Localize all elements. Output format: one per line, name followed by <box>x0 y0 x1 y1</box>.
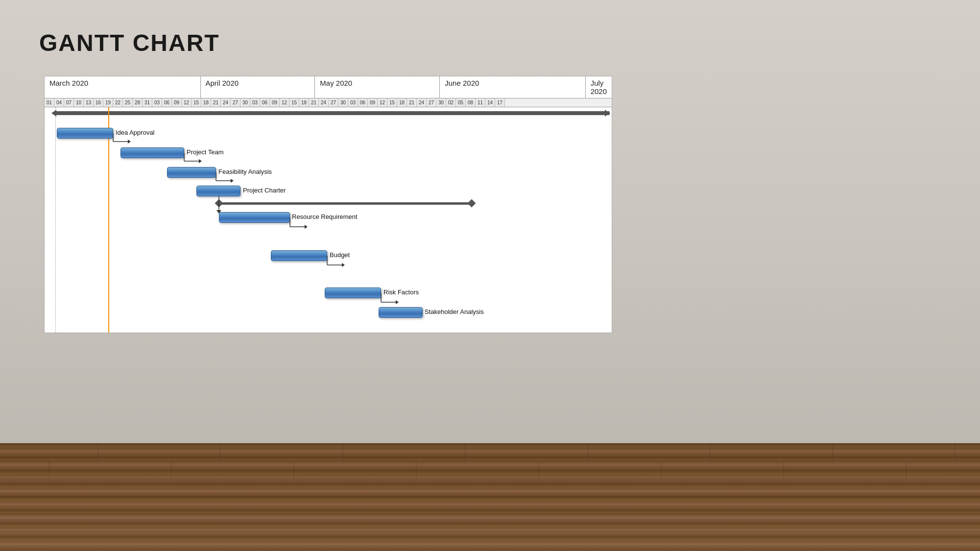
month-cell-july: July 2020 <box>586 76 612 98</box>
date-cell-43: 08 <box>466 98 476 107</box>
date-cell-1: 04 <box>54 98 64 107</box>
date-cell-44: 11 <box>476 98 485 107</box>
date-cell-25: 15 <box>289 98 299 107</box>
date-cell-22: 06 <box>260 98 270 107</box>
floor-grain <box>0 443 980 551</box>
date-cell-17: 21 <box>211 98 221 107</box>
svg-marker-5 <box>199 159 202 163</box>
date-cell-33: 09 <box>368 98 378 107</box>
timeline-bar <box>55 111 610 115</box>
task-label-project-charter: Project Charter <box>243 187 286 194</box>
date-cell-39: 27 <box>427 98 436 107</box>
date-cell-8: 25 <box>123 98 133 107</box>
floor <box>0 443 980 551</box>
task-bar-stakeholder <box>379 307 423 318</box>
date-cell-27: 21 <box>309 98 319 107</box>
summary-diamond-right <box>468 199 476 208</box>
task-label-budget: Budget <box>330 251 350 259</box>
date-cell-37: 21 <box>407 98 417 107</box>
date-cell-20: 30 <box>240 98 250 107</box>
month-cell-may: May 2020 <box>315 76 440 98</box>
task-label-risk: Risk Factors <box>383 288 419 296</box>
date-cell-30: 30 <box>338 98 348 107</box>
task-bar-feasibility <box>167 167 216 178</box>
date-cell-11: 03 <box>152 98 162 107</box>
task-label-project-team: Project Team <box>187 148 224 156</box>
bottom-dash-line <box>55 107 56 333</box>
date-cell-7: 22 <box>113 98 123 107</box>
svg-marker-8 <box>231 179 234 183</box>
date-cell-6: 19 <box>103 98 113 107</box>
date-cell-31: 03 <box>348 98 358 107</box>
date-cell-13: 09 <box>172 98 182 107</box>
timeline-left-arrow <box>51 110 56 117</box>
date-cell-0: 01 <box>45 98 54 107</box>
date-cell-28: 24 <box>319 98 329 107</box>
page-title: GANTT CHART <box>39 29 941 56</box>
date-cell-18: 24 <box>221 98 231 107</box>
summary-bar <box>219 202 471 205</box>
svg-marker-2 <box>128 140 131 144</box>
task-bar-risk <box>325 287 381 298</box>
month-cell-april: April 2020 <box>201 76 315 98</box>
date-cell-3: 10 <box>74 98 84 107</box>
task-label-idea-approval: Idea Approval <box>116 129 155 136</box>
date-cell-21: 03 <box>250 98 260 107</box>
date-cell-38: 24 <box>417 98 427 107</box>
date-cell-29: 27 <box>329 98 338 107</box>
task-bar-idea-approval <box>57 128 113 139</box>
date-cell-10: 31 <box>143 98 152 107</box>
date-cell-42: 05 <box>456 98 466 107</box>
task-bar-resource <box>219 212 290 223</box>
task-bar-project-team <box>120 147 184 158</box>
task-label-feasibility: Feasibility Analysis <box>218 168 272 175</box>
month-cell-march: March 2020 <box>45 76 201 98</box>
date-cell-12: 06 <box>162 98 172 107</box>
date-cell-19: 27 <box>231 98 240 107</box>
date-cell-32: 06 <box>358 98 368 107</box>
date-cell-23: 09 <box>270 98 280 107</box>
month-header-row: March 2020 April 2020 May 2020 June 2020… <box>45 76 612 98</box>
date-cell-35: 15 <box>387 98 397 107</box>
svg-marker-19 <box>396 300 399 304</box>
date-cell-5: 16 <box>94 98 103 107</box>
task-label-resource: Resource Requirement <box>292 213 358 220</box>
svg-marker-13 <box>305 225 308 229</box>
date-cell-36: 18 <box>397 98 407 107</box>
date-cell-15: 15 <box>191 98 201 107</box>
date-cell-26: 18 <box>299 98 309 107</box>
svg-marker-16 <box>342 263 345 267</box>
date-cell-46: 17 <box>495 98 505 107</box>
date-cell-9: 28 <box>133 98 143 107</box>
task-label-stakeholder: Stakeholder Analysis <box>425 308 484 315</box>
task-bar-budget <box>271 250 327 261</box>
date-header-row: 0104071013161922252831030609121518212427… <box>45 98 612 107</box>
date-cell-41: 02 <box>446 98 456 107</box>
timeline-right-arrow <box>605 110 610 117</box>
gantt-chart-container: March 2020 April 2020 May 2020 June 2020… <box>44 76 612 333</box>
task-bar-project-charter <box>196 186 240 196</box>
date-cell-4: 13 <box>84 98 94 107</box>
date-cell-40: 30 <box>436 98 446 107</box>
month-cell-june: June 2020 <box>440 76 585 98</box>
wall-background: GANTT CHART March 2020 April 2020 May 20… <box>0 0 980 443</box>
date-cell-14: 12 <box>182 98 191 107</box>
date-cell-45: 14 <box>485 98 495 107</box>
date-cell-16: 18 <box>201 98 211 107</box>
gantt-body: Idea Approval Project Team Feasibility A… <box>45 107 612 333</box>
date-cell-34: 12 <box>378 98 387 107</box>
date-cell-24: 12 <box>280 98 289 107</box>
date-cell-2: 07 <box>64 98 74 107</box>
